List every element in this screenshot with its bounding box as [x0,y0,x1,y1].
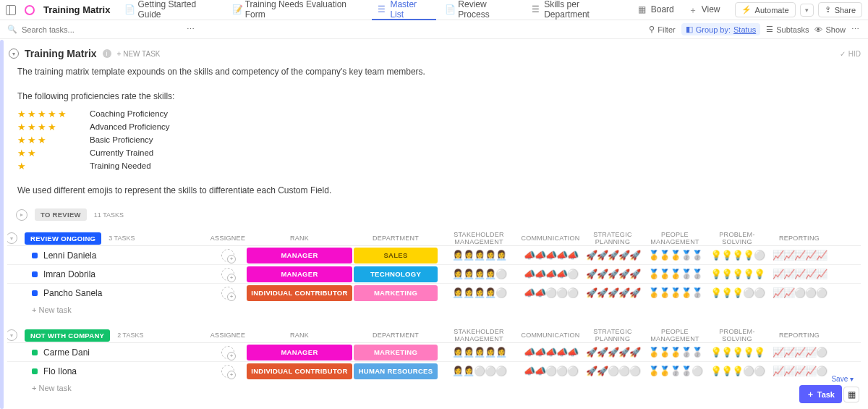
people-cell[interactable]: 🥇🥇🥇🥈🥈 [644,269,706,279]
rank-pill[interactable]: INDIVIDUAL CONTRIBUTOR [247,363,352,379]
automate-button[interactable]: ⚡ Automate [735,2,796,17]
people-cell[interactable]: 🥇🥇🥇🥇🥈 [644,287,706,298]
people-cell[interactable]: 🥇🥇🥇🥈🥈 [644,250,706,261]
automate-dropdown[interactable]: ▾ [800,4,814,17]
status-chip-to-review[interactable]: TO REVIEW [35,208,87,221]
group-to-review[interactable]: ▸ TO REVIEW 11 TASKS [17,208,861,221]
task-name[interactable]: Pancho Sanela [43,288,102,298]
department-pill[interactable]: TECHNOLOGY [354,266,438,282]
grid-icon: ▦ [848,389,856,400]
tab-master-list[interactable]: ☰Master List [372,0,436,20]
tab-board[interactable]: ▦Board [632,0,680,20]
strategic-cell[interactable]: 🚀🚀🚀🚀🚀 [582,347,644,358]
task-name[interactable]: Imran Dobrila [43,269,95,279]
reporting-cell[interactable]: 📈📈📈📈⚪ [768,347,830,358]
rank-pill[interactable]: INDIVIDUAL CONTRIBUTOR [247,285,352,301]
save-button[interactable]: Save ▾ [831,375,854,383]
apps-grid-button[interactable]: ▦ [843,387,859,402]
task-row[interactable]: Pancho SanelaINDIVIDUAL CONTRIBUTORMARKE… [7,283,861,302]
department-pill[interactable]: MARKETING [354,345,438,360]
reporting-cell[interactable]: 📈📈⚪⚪⚪ [768,287,830,298]
add-assignee-icon[interactable] [221,346,234,359]
strategic-cell[interactable]: 🚀🚀🚀🚀🚀 [582,287,644,298]
people-cell[interactable]: 🥇🥇🥇🥈🥈 [644,347,706,358]
stakeholder-cell[interactable]: 👩‍💼👩‍💼⚪⚪⚪ [438,366,519,376]
assignee-cell[interactable] [210,287,246,300]
department-pill[interactable]: MARKETING [354,285,438,301]
add-assignee-icon[interactable] [221,287,234,300]
task-row[interactable]: Carme DaniMANAGERMARKETING👩‍💼👩‍💼👩‍💼👩‍💼👩‍… [7,342,861,361]
tab-review-process[interactable]: 📄Review Process [439,0,522,20]
rank-pill[interactable]: MANAGER [247,345,352,360]
proficiency-label: Training Needed [90,161,151,170]
expand-group-icon[interactable]: ▸ [16,209,27,221]
stakeholder-cell[interactable]: 👩‍💼👩‍💼👩‍💼👩‍💼⚪ [438,287,519,298]
task-name[interactable]: Carme Dani [43,347,90,358]
problem-cell[interactable]: 💡💡💡💡⚪ [706,250,768,261]
collapse-group-icon[interactable]: ▾ [7,232,17,244]
assignee-cell[interactable] [210,346,246,359]
communication-cell[interactable]: 📣📣📣📣📣 [519,250,582,261]
stakeholder-cell[interactable]: 👩‍💼👩‍💼👩‍💼👩‍💼⚪ [438,269,519,279]
share-button[interactable]: ⇪ Share [818,2,862,17]
show-button[interactable]: 👁Show [814,25,846,34]
rank-pill[interactable]: MANAGER [247,248,352,263]
tab-view[interactable]: ＋View [683,0,726,20]
add-assignee-icon[interactable] [221,365,234,378]
stakeholder-cell[interactable]: 👩‍💼👩‍💼👩‍💼👩‍💼👩‍💼 [438,250,519,261]
sidebar-toggle-icon[interactable] [6,5,16,15]
department-pill[interactable]: HUMAN RESOURCES [354,363,438,379]
communication-cell[interactable]: 📣📣📣📣📣 [519,347,582,358]
task-row[interactable]: Imran DobrilaMANAGERTECHNOLOGY👩‍💼👩‍💼👩‍💼👩… [7,264,861,283]
star-rating: ★★★★★ [17,109,82,119]
problem-cell[interactable]: 💡💡💡⚪⚪ [706,366,768,376]
task-name-cell: Carme Dani [7,347,210,358]
assignee-cell[interactable] [210,365,246,378]
task-name[interactable]: Flo Ilona [43,366,77,376]
tab-getting-started-guide[interactable]: 📄Getting Started Guide [119,0,223,20]
status-chip-not-with-company[interactable]: NOT WITH COMPANY [25,329,110,342]
info-icon[interactable]: i [103,49,111,58]
communication-cell[interactable]: 📣📣⚪⚪⚪ [519,287,582,298]
add-assignee-icon[interactable] [221,268,234,281]
strategic-cell[interactable]: 🚀🚀⚪⚪⚪ [582,366,644,376]
add-task-notwith[interactable]: + New task [7,380,861,396]
problem-cell[interactable]: 💡💡💡💡💡 [706,347,768,358]
reporting-cell[interactable]: 📈📈📈📈📈 [768,250,830,261]
search-more-icon[interactable]: ⋯ [187,25,196,34]
group-by-button[interactable]: ◧ Group by: Status [681,23,761,35]
communication-cell[interactable]: 📣📣⚪⚪⚪ [519,366,582,376]
star-rating: ★★★★★ [17,161,82,172]
new-task-button[interactable]: ＋Task [799,385,842,403]
department-pill[interactable]: SALES [354,248,438,263]
toolbar-more-icon[interactable]: ⋯ [851,25,861,34]
problem-cell[interactable]: 💡💡💡💡💡 [706,269,768,279]
assignee-cell[interactable] [210,268,246,281]
search-box[interactable]: 🔍 [7,25,181,34]
hide-button[interactable]: ✓HID [840,50,861,58]
add-assignee-icon[interactable] [221,249,234,262]
subtasks-button[interactable]: ☰Subtasks [766,25,809,34]
strategic-cell[interactable]: 🚀🚀🚀🚀🚀 [582,269,644,279]
search-input[interactable] [22,25,181,34]
task-row[interactable]: Lenni DanielaMANAGERSALES👩‍💼👩‍💼👩‍💼👩‍💼👩‍💼… [7,245,861,264]
status-chip-review-ongoing[interactable]: REVIEW ONGOING [25,232,101,245]
rank-pill[interactable]: MANAGER [247,266,352,282]
stakeholder-cell[interactable]: 👩‍💼👩‍💼👩‍💼👩‍💼👩‍💼 [438,347,519,358]
tab-training-needs-evaluation-form[interactable]: 📝Training Needs Evaluation Form [226,0,369,20]
collapse-list-icon[interactable]: ▾ [9,49,19,59]
filter-button[interactable]: ⚲Filter [649,25,675,34]
collapse-group-icon[interactable]: ▾ [7,329,17,341]
new-task-link[interactable]: + NEW TASK [117,50,161,58]
communication-cell[interactable]: 📣📣📣📣⚪ [519,269,582,279]
task-name[interactable]: Lenni Daniela [43,250,96,261]
problem-cell[interactable]: 💡💡💡⚪⚪ [706,287,768,298]
reporting-cell[interactable]: 📈📈📈📈⚪ [768,366,830,376]
people-cell[interactable]: 🥇🥇🥈🥈⚪ [644,366,706,376]
reporting-cell[interactable]: 📈📈📈📈📈 [768,269,830,279]
add-task-ongoing[interactable]: + New task [7,302,861,318]
assignee-cell[interactable] [210,249,246,262]
strategic-cell[interactable]: 🚀🚀🚀🚀🚀 [582,250,644,261]
task-row[interactable]: Flo IlonaINDIVIDUAL CONTRIBUTORHUMAN RES… [7,361,861,380]
tab-skills-per-department[interactable]: ☰Skills per Department [526,0,629,20]
